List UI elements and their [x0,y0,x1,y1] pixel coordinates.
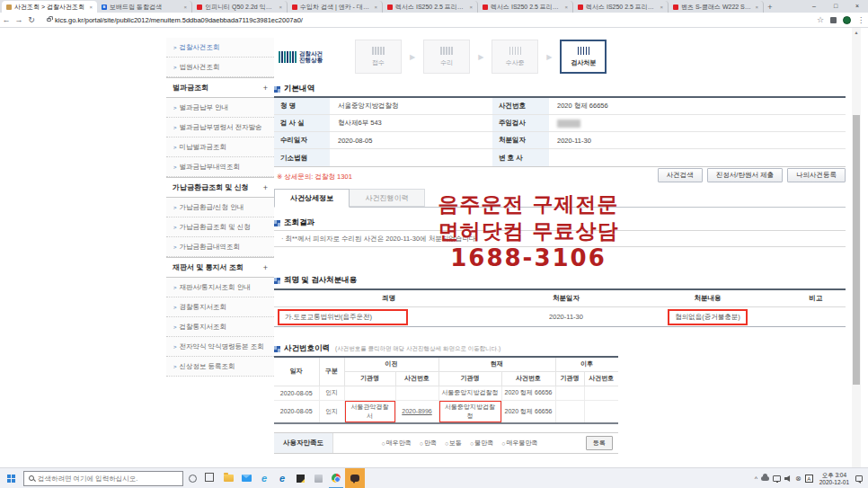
bars-icon [372,47,385,55]
sidebar-section-fines[interactable]: 벌과금조회+ [166,77,274,98]
chrome-menu-icon[interactable]: ⋮ [857,16,864,24]
display-icon[interactable] [773,475,781,482]
sidebar-section-rulings-notices[interactable]: 재판서 및 통지서 조회+ [166,257,274,278]
sidebar-item-label: 가납금환급/신청 안내 [180,203,244,212]
sidebar-item-ruling-notice-guide[interactable]: >재판서/통지서조회 안내 [166,278,274,297]
sidebar-item-fine-payment-guide[interactable]: >벌과금납부 안내 [166,98,274,118]
edge-icon[interactable]: e [273,468,291,488]
prev-caseno-cell: 2020-8996 [395,400,438,423]
browser-tab-1[interactable]: 사건조회 > 검찰사건조회 × [2,1,97,13]
refresh-icon[interactable]: ↻ [25,15,38,24]
browser-tab-4[interactable]: 수입차 검색 | 엔카 - 대한민... × [288,1,383,13]
sidebar-section-refund[interactable]: 가납금환급조회 및 신청+ [166,177,274,198]
highlight-box: 서울중앙지방검찰청 [439,401,501,422]
radio-option-dissatisfied[interactable]: ○불만족 [470,439,493,448]
chevron-right-icon: > [173,364,177,369]
sidebar-item-refund-apply[interactable]: >가납금환급조회 및 신청 [166,217,274,237]
address-bar[interactable]: kics.go.kr/portal/site/public2012/menuit… [55,16,303,24]
tab-title: 렉서스 IS250 2.5 프리미엄 [491,3,562,12]
section-bullet-icon [274,220,280,226]
app-icon[interactable] [309,468,327,488]
task-view-icon[interactable] [201,468,219,488]
kind-cell: 인지 [319,386,344,400]
tab-close-icon[interactable]: × [755,4,758,10]
case-search-button[interactable]: 사건검색 [658,168,703,182]
sidebar-item-prosecution-notice[interactable]: >검찰통지서조회 [166,317,274,337]
plus-icon[interactable]: + [263,263,268,272]
back-icon[interactable]: ← [0,15,13,24]
mail-icon[interactable] [237,468,255,488]
browser-tab-8[interactable]: 벤츠 S-클래스 W222 S560... × [669,1,764,13]
sidebar-item-police-notice[interactable]: >경찰통지서조회 [166,297,274,317]
plus-icon[interactable]: + [263,183,268,192]
forward-icon[interactable]: → [13,15,25,24]
tab-close-icon[interactable]: × [564,4,568,10]
safely-remove-icon[interactable]: ⊗ [795,475,802,483]
tab-close-icon[interactable]: × [469,4,473,10]
tab-title: 벤츠 S-클래스 W222 S560... [681,3,752,12]
section-title-text: 죄명 및 검사처분내용 [284,275,357,286]
tab-close-icon[interactable]: × [89,4,93,10]
browser-tab-7[interactable]: 렉서스 IS250 2.5 프리미엄 × [573,1,669,13]
onedrive-icon[interactable] [761,476,769,481]
sidebar-item-summary-order-copy[interactable]: >전자약식 약식명령등본 조회 [166,337,274,357]
watermark-line1: 음주운전 구제전문 [331,191,726,217]
profile-avatar[interactable] [843,16,851,24]
close-button[interactable]: × [846,0,868,12]
sidebar-item-fine-payment-history[interactable]: >벌과금납부내역조회 [166,157,274,177]
browser-tab-2[interactable]: B 보배드림 통합검색 × [97,1,192,13]
browser-tab-5[interactable]: 렉서스 IS250 2.5 프리미엄 × [383,1,478,13]
next-org-cell [555,386,584,400]
radio-option-very-satisfied[interactable]: ○매우만족 [381,439,411,448]
radio-option-very-dissatisfied[interactable]: ○매우불만족 [501,439,537,448]
extensions-icon[interactable] [830,17,837,23]
tab-close-icon[interactable]: × [183,4,187,10]
highlight-box: 가.도로교통법위반(음주운전) [278,309,408,325]
internet-explorer-icon[interactable]: e [255,468,273,488]
photos-icon[interactable] [291,468,309,488]
field-value: 2020-08-05 [330,132,492,148]
minimize-button[interactable]: – [803,0,825,12]
sidebar-item-refund-guide[interactable]: >가납금환급/신청 안내 [166,198,274,217]
scrollbar-up-icon[interactable]: ▲ [852,28,861,37]
sidebar-item-fine-order-edelivery[interactable]: >벌과금납부명령서 전자발송 [166,118,274,138]
tab-close-icon[interactable]: × [279,4,282,10]
ime-icon[interactable]: A [805,475,813,483]
bookmark-star-icon[interactable]: ☆ [817,15,824,24]
browser-tab-3[interactable]: 인피니티 Q50 2.2d 익스클... × [192,1,288,13]
action-center-icon[interactable] [855,475,863,482]
tab-close-icon[interactable]: × [374,4,377,10]
cortana-icon[interactable] [183,468,201,488]
tray-chevron-icon[interactable]: ^ [755,475,757,482]
start-button[interactable] [7,475,15,483]
page-scrollbar[interactable]: ▲ [852,28,861,467]
tab-close-icon[interactable]: × [660,4,663,10]
sidebar-item-unpaid-fines[interactable]: >미납벌과금조회 [166,138,274,157]
sidebar-item-personal-info-registration[interactable]: >신상정보 등록조회 [166,357,274,377]
kakaotalk-icon[interactable] [345,468,365,488]
watermark-line2: 면허닷컴 무료상담 [331,217,726,244]
sidebar-item-prosecution-case[interactable]: >검찰사건조회 [166,38,274,58]
volume-icon[interactable] [784,475,792,482]
bars-logo-icon [279,51,297,63]
petition-submit-button[interactable]: 진정서/탄원서 제출 [707,168,783,182]
taskbar-clock[interactable]: 오후 3:04 2020-12-01 [819,472,849,485]
sidebar-item-court-case[interactable]: >법원사건조회 [166,58,274,77]
maximize-button[interactable]: □ [825,0,846,12]
case-number-link[interactable]: 2020-8996 [402,408,431,414]
my-case-register-button[interactable]: 나의사건등록 [787,168,846,182]
search-input[interactable] [38,475,173,483]
file-explorer-icon[interactable] [219,468,237,488]
taskbar-search[interactable] [23,471,183,486]
plus-icon[interactable]: + [263,84,268,93]
chrome-icon[interactable] [327,468,345,488]
radio-option-neutral[interactable]: ○보통 [445,439,462,448]
browser-tab-6[interactable]: 렉서스 IS250 2.5 프리미엄 × [478,1,573,13]
contact-note: ※ 상세문의: 검찰청 1301 [277,173,352,182]
scrollbar-thumb[interactable] [853,115,860,385]
new-tab-button[interactable]: + [764,2,776,13]
radio-option-satisfied[interactable]: ○만족 [420,439,437,448]
tab-favicon [292,4,297,10]
satisfaction-submit-button[interactable]: 등록 [586,436,613,450]
sidebar-item-refund-history[interactable]: >가납금환급내역조회 [166,237,274,257]
